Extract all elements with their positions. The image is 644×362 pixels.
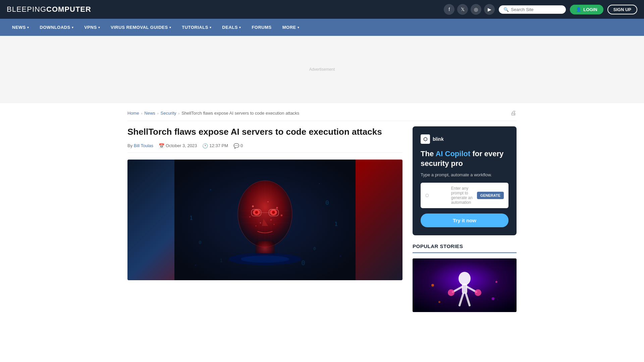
- twitter-icon[interactable]: 𝕏: [457, 4, 468, 15]
- svg-point-14: [252, 205, 254, 207]
- svg-point-37: [340, 255, 341, 257]
- popular-stories-section: POPULAR STORIES: [413, 243, 517, 312]
- ad-headline: The AI Copilot for every security pro: [421, 149, 508, 168]
- social-icons: f 𝕏 ◎ ▶: [444, 4, 495, 15]
- svg-rect-41: [462, 284, 467, 294]
- ad-input-placeholder: Enter any prompt to generate an automati…: [451, 186, 474, 205]
- svg-point-40: [459, 272, 471, 285]
- breadcrumb-news[interactable]: News: [144, 111, 155, 116]
- svg-text:1: 1: [220, 258, 223, 263]
- svg-text:0: 0: [325, 199, 329, 206]
- nav-forums[interactable]: FORUMS: [246, 19, 277, 36]
- svg-text:0: 0: [301, 259, 305, 267]
- nav-more[interactable]: MORE ▾: [277, 19, 305, 36]
- ad-subtext: Type a prompt, automate a workflow.: [421, 172, 508, 177]
- print-icon[interactable]: 🖨: [511, 110, 517, 117]
- user-icon: 👤: [576, 7, 581, 12]
- svg-point-33: [241, 255, 289, 263]
- header-right: f 𝕏 ◎ ▶ 🔍 👤 LOGIN SIGN UP: [444, 4, 637, 15]
- article-title: ShellTorch flaws expose AI servers to co…: [127, 126, 402, 138]
- search-input[interactable]: [511, 7, 561, 12]
- logo-regular: BLEEPING: [7, 5, 46, 13]
- article-meta: By Bill Toulas 📅 October 3, 2023 🕐 12:37…: [127, 143, 402, 153]
- svg-point-13: [272, 211, 275, 214]
- search-bar[interactable]: 🔍: [499, 5, 566, 14]
- ad-input-icon: ⬡: [425, 193, 448, 198]
- calendar-icon: 📅: [159, 143, 164, 148]
- banner-ad: Advertisement: [0, 36, 644, 103]
- chevron-down-icon: ▾: [72, 26, 74, 29]
- svg-point-16: [276, 207, 278, 208]
- chevron-down-icon: ▾: [27, 26, 29, 29]
- svg-point-12: [255, 211, 258, 214]
- sidebar: ⬡ blink The AI Copilot for every securit…: [413, 126, 517, 312]
- popular-stories-header: POPULAR STORIES: [413, 243, 517, 253]
- main-nav: NEWS ▾ DOWNLOADS ▾ VPNS ▾ VIRUS REMOVAL …: [0, 19, 644, 36]
- mastodon-icon[interactable]: ◎: [471, 4, 481, 15]
- site-header: BLEEPINGCOMPUTER f 𝕏 ◎ ▶ 🔍 👤 LOGIN SIGN …: [0, 0, 644, 19]
- facebook-icon[interactable]: f: [444, 4, 454, 15]
- svg-point-50: [438, 301, 440, 303]
- time-meta: 🕐 12:37 PM: [202, 143, 228, 148]
- nav-deals[interactable]: DEALS ▾: [217, 19, 246, 36]
- chevron-down-icon: ▾: [210, 26, 212, 29]
- author-link[interactable]: Bill Toulas: [134, 143, 153, 148]
- chevron-down-icon: ▾: [169, 26, 171, 29]
- site-logo[interactable]: BLEEPINGCOMPUTER: [7, 5, 91, 14]
- ad-brand: blink: [433, 136, 444, 142]
- try-it-now-button[interactable]: Try it now: [421, 214, 508, 227]
- ad-input-mock: ⬡ Enter any prompt to generate an automa…: [421, 183, 508, 208]
- svg-point-21: [255, 225, 257, 227]
- svg-point-49: [495, 281, 497, 283]
- svg-text:0: 0: [313, 246, 316, 251]
- popular-story-svg: [413, 258, 517, 312]
- blink-logo-icon: ⬡: [421, 134, 430, 144]
- generate-button[interactable]: GENERATE: [477, 192, 504, 199]
- breadcrumb: Home › News › Security › ShellTorch flaw…: [127, 110, 517, 121]
- svg-text:0: 0: [199, 240, 202, 245]
- breadcrumb-home[interactable]: Home: [127, 111, 139, 116]
- svg-point-44: [448, 289, 454, 296]
- svg-text:1: 1: [190, 215, 193, 221]
- svg-point-51: [492, 297, 494, 300]
- article-hero-image: 1 0 0 1 0 1 0: [127, 160, 402, 280]
- signup-button[interactable]: SIGN UP: [607, 5, 637, 14]
- clock-icon: 🕐: [202, 143, 208, 148]
- popular-story-image[interactable]: [413, 258, 517, 312]
- date-meta: 📅 October 3, 2023: [159, 143, 197, 148]
- chevron-down-icon: ▾: [98, 26, 100, 29]
- author-prefix: By Bill Toulas: [127, 143, 153, 148]
- svg-point-45: [475, 289, 481, 296]
- svg-point-15: [267, 201, 269, 202]
- content-grid: ShellTorch flaws expose AI servers to co…: [127, 126, 517, 312]
- comments-meta[interactable]: 💬 0: [233, 143, 243, 148]
- main-container: Home › News › Security › ShellTorch flaw…: [121, 103, 523, 319]
- nav-virus-removal[interactable]: VIRUS REMOVAL GUIDES ▾: [105, 19, 176, 36]
- svg-point-48: [431, 284, 434, 287]
- nav-news[interactable]: NEWS ▾: [7, 19, 35, 36]
- breadcrumb-sep-2: ›: [157, 111, 159, 115]
- chevron-down-icon: ▾: [298, 26, 300, 29]
- ad-logo: ⬡ blink: [421, 134, 508, 144]
- breadcrumb-sep-1: ›: [141, 111, 143, 115]
- svg-text:1: 1: [334, 221, 338, 227]
- svg-point-20: [281, 215, 282, 216]
- svg-point-36: [319, 183, 320, 184]
- article: ShellTorch flaws expose AI servers to co…: [127, 126, 402, 312]
- nav-tutorials[interactable]: TUTORIALS ▾: [176, 19, 217, 36]
- nav-downloads[interactable]: DOWNLOADS ▾: [35, 19, 79, 36]
- youtube-icon[interactable]: ▶: [484, 4, 495, 15]
- login-button[interactable]: 👤 LOGIN: [570, 5, 603, 14]
- svg-point-35: [210, 189, 211, 190]
- breadcrumb-sep-3: ›: [178, 111, 180, 115]
- svg-point-38: [195, 264, 196, 265]
- logo-bold: COMPUTER: [46, 5, 91, 13]
- ai-head-svg: 1 0 0 1 0 1 0: [127, 160, 402, 280]
- ad-highlight: AI Copilot: [435, 149, 470, 158]
- chevron-down-icon: ▾: [239, 26, 241, 29]
- breadcrumb-current: ShellTorch flaws expose AI servers to co…: [181, 111, 299, 116]
- comment-icon: 💬: [233, 143, 239, 148]
- search-icon: 🔍: [503, 7, 509, 12]
- breadcrumb-security[interactable]: Security: [161, 111, 176, 116]
- nav-vpns[interactable]: VPNS ▾: [79, 19, 105, 36]
